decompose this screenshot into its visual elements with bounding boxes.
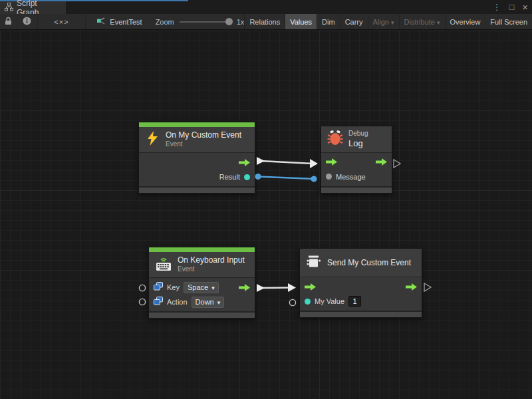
port-label: Action [167, 298, 188, 306]
node-footer [139, 188, 255, 193]
window-tab-bar: Script Graph ⋮ □ × [0, 0, 532, 14]
flow-row[interactable] [321, 155, 392, 170]
align-dropdown[interactable]: Align ▾ [368, 14, 399, 29]
bug-icon [327, 130, 343, 148]
flow-continuation-hint-icon [394, 160, 400, 168]
node-supertitle: Debug [348, 130, 368, 138]
flow-input-arrow-icon[interactable] [305, 283, 316, 291]
node-header[interactable]: Send My Custom Event [300, 249, 422, 277]
zoom-slider-handle[interactable] [225, 18, 233, 25]
value-port-icon[interactable] [305, 299, 311, 305]
flow-input-arrow-icon[interactable] [326, 158, 337, 166]
info-icon [23, 17, 31, 27]
keyboard-icon [155, 255, 172, 274]
port-label: Message [336, 173, 366, 181]
values-button[interactable]: Values [285, 14, 317, 29]
my-value-input[interactable]: 1 [348, 296, 361, 307]
chevron-down-icon: ▾ [391, 19, 394, 26]
action-dropdown[interactable]: Down ▾ [192, 297, 225, 308]
port-label: Key [167, 283, 180, 291]
graph-breadcrumb[interactable]: EventTest [92, 14, 146, 29]
port-label: Result [219, 173, 240, 181]
node-title: On My Custom Event [166, 130, 241, 140]
full-screen-button[interactable]: Full Screen [485, 14, 532, 29]
message-input-port[interactable]: Message [321, 170, 392, 184]
flow-output-arrow-icon[interactable] [406, 283, 417, 291]
lock-icon [5, 17, 12, 27]
value-port-icon[interactable] [326, 174, 332, 180]
toolbar-right-group: Relations Values Dim Carry Align ▾ Distr… [244, 14, 532, 29]
result-output-port[interactable]: Result [139, 170, 255, 184]
node-title: Log [348, 138, 368, 149]
key-input-port[interactable]: Key Space ▾ [149, 280, 255, 295]
flow-output-row[interactable] [139, 155, 255, 170]
overview-button[interactable]: Overview [445, 14, 485, 29]
flow-output-arrow-icon[interactable] [239, 284, 250, 291]
code-view-button[interactable]: <×> [38, 14, 86, 29]
chevron-down-icon: ▾ [211, 285, 215, 291]
close-icon[interactable]: × [522, 1, 528, 13]
relations-button[interactable]: Relations [244, 14, 285, 29]
script-graph-icon [5, 3, 13, 13]
node-footer [149, 313, 255, 318]
lightning-bolt-icon [145, 130, 160, 149]
unconnected-port-hint-icon [289, 299, 295, 305]
node-body: Message [321, 153, 392, 188]
lock-button[interactable] [0, 14, 17, 29]
connection-layer [0, 31, 532, 399]
dim-button[interactable]: Dim [317, 14, 340, 29]
chevron-down-icon: ▾ [437, 19, 440, 26]
node-title: Send My Custom Event [327, 258, 411, 267]
my-value-input-port[interactable]: My Value 1 [300, 294, 422, 309]
node-header[interactable]: Debug Log [321, 126, 392, 153]
maximize-icon[interactable]: □ [509, 2, 514, 12]
event-accent-bar [149, 247, 255, 252]
node-title: On Keyboard Input [178, 255, 245, 265]
node-header[interactable]: On Keyboard Input Event [149, 252, 255, 278]
node-body: My Value 1 [300, 277, 422, 312]
zoom-label: Zoom [156, 18, 174, 26]
value-port-icon[interactable] [244, 174, 250, 180]
tab-script-graph[interactable]: Script Graph [0, 1, 66, 14]
enum-type-icon [154, 281, 163, 293]
graph-toolbar: <×> EventTest Zoom 1x Relations Values D… [0, 14, 532, 30]
code-icon: <×> [54, 18, 68, 26]
node-footer [300, 312, 422, 317]
flow-arrow-icon[interactable] [239, 159, 250, 166]
window-controls: ⋮ □ × [492, 0, 528, 14]
node-debug-log[interactable]: Debug Log Message [321, 126, 392, 194]
window-menu-icon[interactable]: ⋮ [492, 2, 501, 12]
graph-icon [96, 17, 106, 27]
event-accent-bar [139, 122, 255, 127]
node-on-keyboard-input[interactable]: On Keyboard Input Event Key Space ▾ [148, 247, 255, 319]
enum-type-icon [154, 296, 163, 308]
node-body: Result [139, 153, 255, 188]
distribute-dropdown[interactable]: Distribute ▾ [399, 14, 445, 29]
zoom-control: Zoom 1x [156, 14, 245, 29]
action-input-port[interactable]: Action Down ▾ [149, 295, 255, 309]
key-dropdown[interactable]: Space ▾ [184, 282, 219, 293]
flow-row[interactable] [300, 279, 422, 294]
graph-canvas[interactable]: On My Custom Event Event Result [0, 31, 532, 399]
info-button[interactable] [17, 14, 38, 29]
node-footer [321, 188, 392, 193]
value-wire-result-to-message [255, 174, 317, 182]
node-header[interactable]: On My Custom Event Event [139, 127, 255, 153]
graph-name: EventTest [110, 18, 142, 26]
flow-wire-keyboard-to-send [257, 283, 296, 292]
carry-button[interactable]: Carry [340, 14, 368, 29]
flow-output-arrow-icon[interactable] [376, 158, 387, 166]
zoom-slider[interactable] [180, 21, 231, 23]
flow-wire-custom-event-to-log [257, 157, 318, 168]
node-send-my-custom-event[interactable]: Send My Custom Event My Value 1 [299, 248, 422, 318]
custom-event-icon [306, 254, 322, 271]
unconnected-port-hint-icon [139, 285, 145, 291]
chevron-down-icon: ▾ [217, 299, 221, 306]
flow-continuation-hint-icon [424, 283, 431, 291]
node-body: Key Space ▾ Action Down [149, 278, 255, 313]
zoom-value: 1x [237, 18, 245, 26]
node-subtitle: Event [166, 140, 241, 149]
node-on-my-custom-event[interactable]: On My Custom Event Event Result [138, 122, 255, 194]
port-label: My Value [315, 297, 344, 305]
unconnected-port-hint-icon [139, 299, 145, 305]
